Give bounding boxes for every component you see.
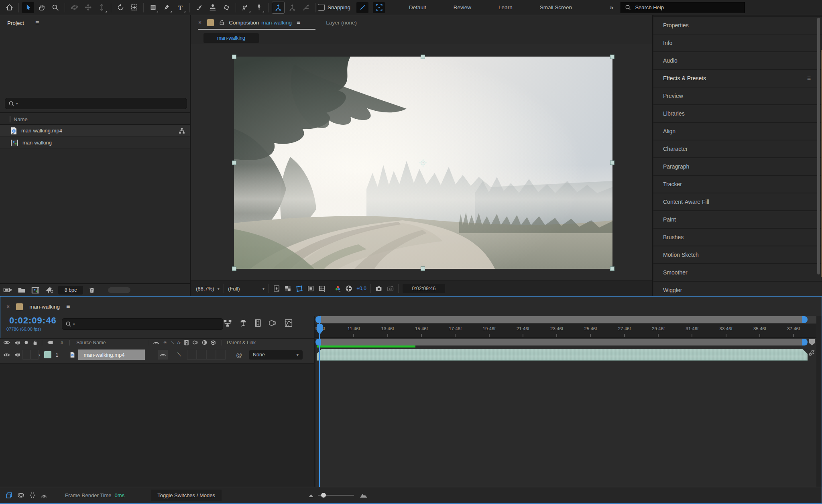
workspace-small-screen[interactable]: Small Screen: [540, 4, 572, 10]
panel-tab-preview[interactable]: Preview: [653, 87, 822, 104]
panel-tab-smoother[interactable]: Smoother: [653, 264, 822, 281]
grid-guides-icon[interactable]: [318, 285, 326, 292]
anchor-point-icon[interactable]: [418, 158, 428, 168]
layer-lock-toggle[interactable]: [31, 350, 39, 360]
selection-handle[interactable]: [232, 161, 236, 165]
composition-tab-name[interactable]: man-walking: [261, 20, 292, 26]
timeline-search-input[interactable]: ▾: [62, 318, 223, 330]
exposure-value[interactable]: +0,0: [356, 286, 366, 291]
motion-blur-icon[interactable]: [269, 319, 277, 327]
snapshot-icon[interactable]: [375, 285, 383, 292]
draft-3d-icon[interactable]: [239, 319, 247, 327]
region-of-interest-icon[interactable]: [307, 285, 314, 292]
layer-expander-icon[interactable]: ›: [39, 352, 40, 358]
new-composition-icon[interactable]: [31, 287, 39, 294]
work-area-bar[interactable]: [321, 339, 802, 345]
project-depth-button[interactable]: 8 bpc: [58, 286, 83, 295]
world-axis-mode-button[interactable]: [286, 2, 298, 13]
layer-list-empty-area[interactable]: [0, 363, 314, 487]
layer-adjustment-toggle[interactable]: [216, 350, 226, 360]
navigator-start-handle[interactable]: [315, 316, 321, 323]
current-timecode[interactable]: 0:02:09:46: [9, 315, 57, 326]
project-item-name[interactable]: man-walking: [22, 140, 52, 146]
pan-camera-tool-button[interactable]: [82, 2, 94, 13]
layer-shy-toggle[interactable]: [158, 350, 168, 360]
interpret-footage-icon[interactable]: [3, 287, 12, 293]
panel-tab-align[interactable]: Align: [653, 123, 822, 140]
panel-tab-properties[interactable]: Properties: [653, 17, 822, 34]
rectangle-tool-button[interactable]: [147, 2, 159, 13]
frame-blending-icon[interactable]: [254, 319, 261, 327]
roto-brush-tool-button[interactable]: [239, 2, 251, 13]
panel-tab-effects-presets[interactable]: Effects & Presets≡: [653, 70, 822, 87]
delete-icon[interactable]: [89, 287, 95, 294]
tab-color-chip[interactable]: [16, 303, 23, 310]
close-tab-icon[interactable]: ×: [198, 19, 201, 26]
panel-tab-brushes[interactable]: Brushes: [653, 229, 822, 246]
pen-tool-button[interactable]: [161, 2, 173, 13]
comp-marker-bin-icon[interactable]: [808, 338, 816, 346]
layer-quality-toggle[interactable]: ⟍: [177, 352, 181, 358]
name-column-header[interactable]: Name: [14, 116, 28, 122]
right-panel-scrollbar[interactable]: [817, 18, 820, 274]
comp-flag-icon[interactable]: [808, 350, 815, 356]
selection-tool-button[interactable]: [22, 2, 34, 13]
work-area-end-handle[interactable]: [802, 339, 808, 345]
type-tool-button[interactable]: T: [174, 2, 186, 13]
panel-tab-audio[interactable]: Audio: [653, 52, 822, 69]
layer-audio-toggle[interactable]: [14, 352, 20, 358]
viewer-target-subtab[interactable]: man-walking: [203, 33, 259, 43]
selection-handle[interactable]: [421, 55, 425, 59]
selection-handle[interactable]: [232, 55, 236, 59]
source-column-header[interactable]: Source Name: [76, 340, 106, 345]
layer-solo-toggle[interactable]: [22, 350, 31, 360]
puppet-pin-tool-button[interactable]: [253, 2, 265, 13]
composition-tab-label[interactable]: Composition: [229, 20, 259, 26]
workspace-default[interactable]: Default: [409, 4, 426, 10]
workspace-learn[interactable]: Learn: [498, 4, 513, 10]
transparency-grid-icon[interactable]: [284, 285, 291, 292]
selection-handle[interactable]: [610, 161, 614, 165]
layer-duration-bar[interactable]: [317, 349, 808, 361]
layer-motionblur-toggle[interactable]: [206, 350, 216, 360]
render-time-pane-icon[interactable]: [41, 492, 47, 498]
clone-stamp-tool-button[interactable]: [207, 2, 219, 13]
parent-pickwhip-icon[interactable]: @: [236, 352, 242, 358]
hand-tool-button[interactable]: [36, 2, 48, 13]
snapping-checkbox[interactable]: [318, 4, 325, 11]
parent-column-header[interactable]: Parent & Link: [227, 340, 256, 345]
snap-to-anchor-button[interactable]: [356, 2, 368, 13]
zoom-slider-knob[interactable]: [321, 493, 326, 498]
workspace-overflow-button[interactable]: »: [610, 4, 613, 12]
transfer-controls-icon[interactable]: [17, 492, 24, 498]
layer-row[interactable]: › 1 man-walking.mp4 ⟍ @ None ▾: [0, 346, 314, 364]
rotation-tool-button[interactable]: [114, 2, 126, 13]
exposure-icon[interactable]: [345, 285, 352, 292]
layer-label-chip[interactable]: [44, 351, 51, 358]
project-item-name[interactable]: man-walking.mp4: [21, 128, 62, 134]
panel-tab-libraries[interactable]: Libraries: [653, 105, 822, 122]
selection-handle[interactable]: [610, 55, 614, 59]
panel-menu-icon[interactable]: ≡: [297, 19, 300, 26]
panel-menu-icon[interactable]: ≡: [35, 19, 39, 26]
home-tool-button[interactable]: [3, 2, 15, 13]
workspace-review[interactable]: Review: [454, 4, 471, 10]
selection-handle[interactable]: [610, 266, 614, 271]
new-folder-icon[interactable]: [18, 287, 26, 293]
graph-editor-icon[interactable]: [285, 319, 293, 327]
preview-timecode[interactable]: 0:02:09:46: [403, 284, 445, 293]
track-area[interactable]: [315, 346, 816, 487]
channels-icon[interactable]: [334, 285, 341, 292]
layer-frameblend-toggle[interactable]: [197, 350, 206, 360]
scroll-pill[interactable]: [108, 287, 130, 293]
mini-flowchart-icon[interactable]: [223, 319, 232, 327]
snap-to-bounds-button[interactable]: [373, 2, 385, 13]
toggle-switches-button[interactable]: Toggle Switches / Modes: [151, 490, 222, 501]
zoom-in-mountain-icon[interactable]: [360, 492, 368, 498]
selection-handle[interactable]: [421, 266, 425, 271]
panel-tab-paragraph[interactable]: Paragraph: [653, 158, 822, 175]
parent-link-select[interactable]: None ▾: [249, 350, 303, 360]
panel-tab-tracker[interactable]: Tracker: [653, 176, 822, 193]
inout-panes-icon[interactable]: [29, 492, 36, 498]
resolution-select[interactable]: (Full) ▾: [228, 286, 265, 292]
